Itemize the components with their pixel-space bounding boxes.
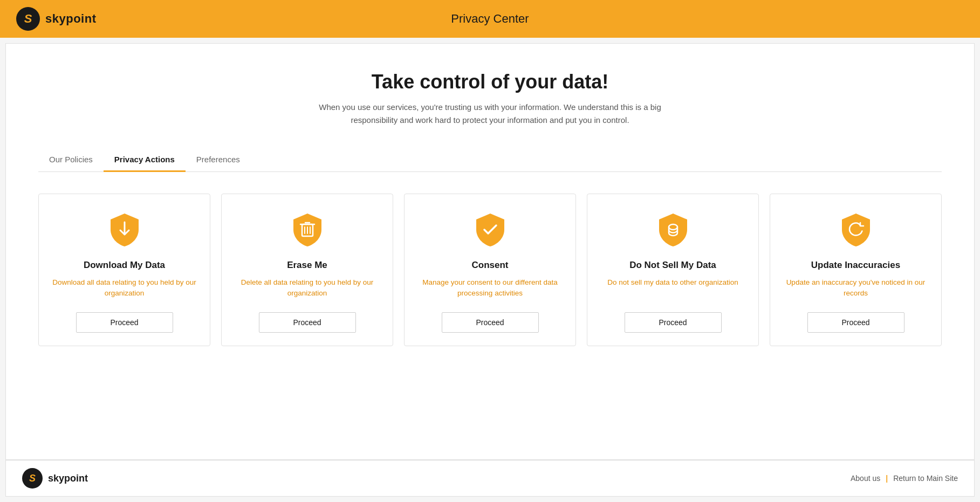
card-download-my-data: Download My Data Download all data relat… [38,194,210,346]
footer-links: About us | Return to Main Site [851,474,958,483]
card-download-description: Download all data relating to you held b… [50,277,199,299]
card-consent-title: Consent [472,260,509,271]
hero-subtitle: When you use our services, you're trusti… [296,101,684,127]
proceed-update-button[interactable]: Proceed [807,312,904,333]
erase-icon [288,210,327,249]
card-erase-description: Delete all data relating to you held by … [232,277,382,299]
about-us-link[interactable]: About us [851,474,880,483]
card-download-title: Download My Data [84,260,165,271]
tabs-nav: Our Policies Privacy Actions Preferences [38,148,942,172]
consent-icon [471,210,510,249]
card-update-inaccuracies: Update Inaccuracies Update an inaccuracy… [770,194,942,346]
logo-icon: S [16,7,40,31]
proceed-download-button[interactable]: Proceed [76,312,173,333]
footer-logo-icon: S [22,468,43,489]
main-content: Take control of your data! When you use … [5,43,975,460]
tab-our-policies[interactable]: Our Policies [38,148,104,172]
footer-logo: S skypoint [22,468,88,489]
header-logo: S skypoint [16,7,96,31]
proceed-erase-button[interactable]: Proceed [259,312,356,333]
card-do-not-sell: Do Not Sell My Data Do not sell my data … [587,194,759,346]
do-not-sell-icon [654,210,693,249]
footer-logo-name: skypoint [48,473,88,484]
card-consent-description: Manage your consent to our different dat… [415,277,565,299]
hero-section: Take control of your data! When you use … [38,71,942,127]
tab-preferences[interactable]: Preferences [186,148,251,172]
card-erase-title: Erase Me [287,260,327,271]
footer: S skypoint About us | Return to Main Sit… [5,460,975,497]
download-icon [105,210,144,249]
card-erase-me: Erase Me Delete all data relating to you… [221,194,393,346]
card-consent: Consent Manage your consent to our diffe… [404,194,576,346]
cards-grid: Download My Data Download all data relat… [38,194,942,346]
update-icon [837,210,875,249]
logo-name: skypoint [45,12,96,26]
card-do-not-sell-title: Do Not Sell My Data [629,260,716,271]
card-do-not-sell-description: Do not sell my data to other organizatio… [607,277,738,299]
header: S skypoint Privacy Center [0,0,980,38]
return-main-site-link[interactable]: Return to Main Site [893,474,958,483]
page-title: Privacy Center [451,12,529,26]
proceed-consent-button[interactable]: Proceed [442,312,539,333]
hero-title: Take control of your data! [38,71,942,93]
proceed-do-not-sell-button[interactable]: Proceed [625,312,722,333]
card-update-description: Update an inaccuracy you've noticed in o… [781,277,930,299]
card-update-title: Update Inaccuracies [811,260,900,271]
tab-privacy-actions[interactable]: Privacy Actions [104,148,186,172]
footer-link-divider: | [886,474,888,483]
